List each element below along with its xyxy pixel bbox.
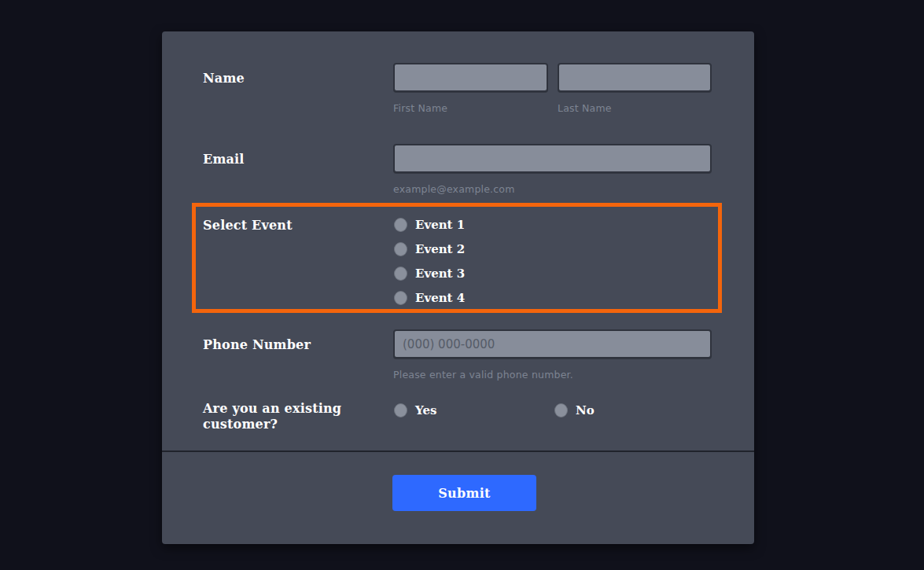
email-input[interactable]: [393, 144, 712, 173]
radio-button-icon[interactable]: [394, 218, 407, 232]
radio-option-yes[interactable]: Yes: [394, 403, 436, 417]
radio-option-label: Event 1: [415, 218, 465, 232]
last-name-sublabel: Last Name: [558, 102, 612, 114]
radio-option-label: Yes: [415, 403, 436, 417]
phone-input[interactable]: [393, 329, 712, 359]
radio-option-event-3[interactable]: Event 3: [394, 267, 465, 281]
email-sublabel: example@example.com: [393, 183, 515, 195]
phone-field-label: Phone Number: [203, 337, 311, 353]
last-name-input[interactable]: [558, 63, 712, 92]
radio-option-label: Event 2: [415, 242, 465, 256]
radio-option-event-2[interactable]: Event 2: [394, 242, 465, 256]
submit-button[interactable]: Submit: [392, 475, 536, 511]
form-card: Name First Name Last Name Email example@…: [162, 31, 754, 544]
form-footer-divider: [162, 450, 754, 452]
radio-button-icon[interactable]: [394, 242, 407, 256]
radio-option-event-1[interactable]: Event 1: [394, 218, 465, 232]
existing-customer-label: Are you an existing customer?: [203, 401, 364, 432]
radio-option-label: Event 3: [415, 267, 465, 281]
radio-button-icon[interactable]: [394, 291, 407, 305]
select-event-label: Select Event: [203, 218, 293, 234]
radio-option-label: No: [576, 403, 595, 417]
radio-option-no[interactable]: No: [554, 403, 595, 417]
phone-sublabel: Please enter a valid phone number.: [393, 369, 573, 381]
first-name-input[interactable]: [393, 63, 548, 92]
first-name-sublabel: First Name: [393, 102, 447, 114]
radio-button-icon[interactable]: [394, 267, 407, 281]
email-field-label: Email: [203, 152, 245, 167]
radio-button-icon[interactable]: [394, 403, 407, 417]
radio-button-icon[interactable]: [554, 403, 568, 417]
page-background: { "colors": { "page_background": "#10111…: [0, 0, 924, 570]
radio-option-event-4[interactable]: Event 4: [394, 291, 465, 305]
radio-option-label: Event 4: [415, 291, 465, 305]
name-field-label: Name: [203, 71, 245, 86]
